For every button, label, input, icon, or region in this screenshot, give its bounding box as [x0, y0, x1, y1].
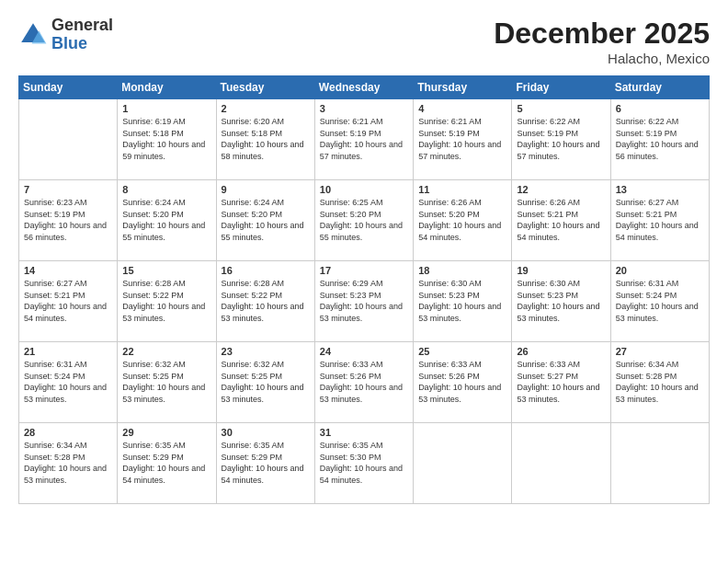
day-number: 8 [122, 184, 210, 195]
logo-general: General [51, 17, 113, 35]
location: Halacho, Mexico [494, 51, 710, 66]
header: General Blue December 2025 Halacho, Mexi… [18, 17, 710, 66]
day-cell-2: 2Sunrise: 6:20 AMSunset: 5:18 PMDaylight… [216, 99, 314, 180]
weekday-header-thursday: Thursday [414, 76, 512, 99]
cell-text: Sunrise: 6:30 AMSunset: 5:23 PMDaylight:… [517, 278, 605, 324]
cell-text: Sunrise: 6:32 AMSunset: 5:25 PMDaylight:… [222, 359, 310, 405]
cell-text: Sunrise: 6:28 AMSunset: 5:22 PMDaylight:… [222, 278, 310, 324]
day-cell-empty [414, 423, 512, 504]
calendar-table: SundayMondayTuesdayWednesdayThursdayFrid… [18, 75, 710, 504]
cell-text: Sunrise: 6:23 AMSunset: 5:19 PMDaylight:… [24, 197, 112, 243]
day-number: 27 [616, 346, 704, 357]
day-cell-empty [610, 423, 709, 504]
day-number: 23 [222, 346, 310, 357]
day-number: 7 [24, 184, 112, 195]
day-cell-28: 28Sunrise: 6:34 AMSunset: 5:28 PMDayligh… [19, 423, 118, 504]
cell-text: Sunrise: 6:33 AMSunset: 5:27 PMDaylight:… [517, 359, 605, 405]
day-cell-19: 19Sunrise: 6:30 AMSunset: 5:23 PMDayligh… [512, 261, 610, 342]
month-title: December 2025 [494, 17, 710, 51]
day-cell-15: 15Sunrise: 6:28 AMSunset: 5:22 PMDayligh… [118, 261, 216, 342]
day-number: 13 [616, 184, 704, 195]
week-row-2: 14Sunrise: 6:27 AMSunset: 5:21 PMDayligh… [19, 261, 710, 342]
day-number: 21 [24, 346, 112, 357]
cell-text: Sunrise: 6:21 AMSunset: 5:19 PMDaylight:… [320, 116, 408, 162]
cell-text: Sunrise: 6:24 AMSunset: 5:20 PMDaylight:… [222, 197, 310, 243]
day-cell-4: 4Sunrise: 6:21 AMSunset: 5:19 PMDaylight… [414, 99, 512, 180]
day-cell-1: 1Sunrise: 6:19 AMSunset: 5:18 PMDaylight… [118, 99, 216, 180]
day-cell-6: 6Sunrise: 6:22 AMSunset: 5:19 PMDaylight… [610, 99, 709, 180]
week-row-1: 7Sunrise: 6:23 AMSunset: 5:19 PMDaylight… [19, 180, 710, 261]
day-number: 26 [517, 346, 605, 357]
day-cell-29: 29Sunrise: 6:35 AMSunset: 5:29 PMDayligh… [118, 423, 216, 504]
day-cell-31: 31Sunrise: 6:35 AMSunset: 5:30 PMDayligh… [314, 423, 413, 504]
day-cell-26: 26Sunrise: 6:33 AMSunset: 5:27 PMDayligh… [512, 342, 610, 423]
day-number: 14 [24, 265, 112, 276]
weekday-header-friday: Friday [512, 76, 610, 99]
cell-text: Sunrise: 6:24 AMSunset: 5:20 PMDaylight:… [122, 197, 210, 243]
day-number: 2 [222, 103, 310, 114]
cell-text: Sunrise: 6:27 AMSunset: 5:21 PMDaylight:… [24, 278, 112, 324]
logo-text: General Blue [51, 17, 113, 53]
weekday-header-wednesday: Wednesday [314, 76, 413, 99]
cell-text: Sunrise: 6:35 AMSunset: 5:30 PMDaylight:… [320, 440, 408, 486]
day-cell-24: 24Sunrise: 6:33 AMSunset: 5:26 PMDayligh… [314, 342, 413, 423]
day-cell-5: 5Sunrise: 6:22 AMSunset: 5:19 PMDaylight… [512, 99, 610, 180]
day-number: 9 [222, 184, 310, 195]
day-number: 25 [418, 346, 506, 357]
cell-text: Sunrise: 6:30 AMSunset: 5:23 PMDaylight:… [418, 278, 506, 324]
cell-text: Sunrise: 6:31 AMSunset: 5:24 PMDaylight:… [616, 278, 704, 324]
day-number: 3 [320, 103, 408, 114]
cell-text: Sunrise: 6:35 AMSunset: 5:29 PMDaylight:… [122, 440, 210, 486]
logo-icon [18, 20, 48, 50]
cell-text: Sunrise: 6:21 AMSunset: 5:19 PMDaylight:… [418, 116, 506, 162]
week-row-4: 28Sunrise: 6:34 AMSunset: 5:28 PMDayligh… [19, 423, 710, 504]
cell-text: Sunrise: 6:29 AMSunset: 5:23 PMDaylight:… [320, 278, 408, 324]
day-cell-8: 8Sunrise: 6:24 AMSunset: 5:20 PMDaylight… [118, 180, 216, 261]
day-number: 18 [418, 265, 506, 276]
day-number: 22 [122, 346, 210, 357]
day-number: 29 [122, 427, 210, 438]
day-number: 6 [616, 103, 704, 114]
week-row-0: 1Sunrise: 6:19 AMSunset: 5:18 PMDaylight… [19, 99, 710, 180]
day-cell-13: 13Sunrise: 6:27 AMSunset: 5:21 PMDayligh… [610, 180, 709, 261]
cell-text: Sunrise: 6:19 AMSunset: 5:18 PMDaylight:… [122, 116, 210, 162]
day-number: 15 [122, 265, 210, 276]
day-cell-18: 18Sunrise: 6:30 AMSunset: 5:23 PMDayligh… [414, 261, 512, 342]
cell-text: Sunrise: 6:28 AMSunset: 5:22 PMDaylight:… [122, 278, 210, 324]
day-cell-23: 23Sunrise: 6:32 AMSunset: 5:25 PMDayligh… [216, 342, 314, 423]
day-cell-7: 7Sunrise: 6:23 AMSunset: 5:19 PMDaylight… [19, 180, 118, 261]
day-number: 1 [122, 103, 210, 114]
day-number: 24 [320, 346, 408, 357]
day-cell-21: 21Sunrise: 6:31 AMSunset: 5:24 PMDayligh… [19, 342, 118, 423]
cell-text: Sunrise: 6:22 AMSunset: 5:19 PMDaylight:… [616, 116, 704, 162]
day-cell-30: 30Sunrise: 6:35 AMSunset: 5:29 PMDayligh… [216, 423, 314, 504]
cell-text: Sunrise: 6:22 AMSunset: 5:19 PMDaylight:… [517, 116, 605, 162]
day-number: 10 [320, 184, 408, 195]
day-cell-empty [512, 423, 610, 504]
cell-text: Sunrise: 6:35 AMSunset: 5:29 PMDaylight:… [222, 440, 310, 486]
day-number: 11 [418, 184, 506, 195]
day-cell-27: 27Sunrise: 6:34 AMSunset: 5:28 PMDayligh… [610, 342, 709, 423]
cell-text: Sunrise: 6:20 AMSunset: 5:18 PMDaylight:… [222, 116, 310, 162]
day-number: 28 [24, 427, 112, 438]
weekday-header-tuesday: Tuesday [216, 76, 314, 99]
cell-text: Sunrise: 6:31 AMSunset: 5:24 PMDaylight:… [24, 359, 112, 405]
day-number: 19 [517, 265, 605, 276]
day-cell-12: 12Sunrise: 6:26 AMSunset: 5:21 PMDayligh… [512, 180, 610, 261]
day-cell-22: 22Sunrise: 6:32 AMSunset: 5:25 PMDayligh… [118, 342, 216, 423]
cell-text: Sunrise: 6:34 AMSunset: 5:28 PMDaylight:… [616, 359, 704, 405]
day-cell-14: 14Sunrise: 6:27 AMSunset: 5:21 PMDayligh… [19, 261, 118, 342]
day-cell-empty [19, 99, 118, 180]
cell-text: Sunrise: 6:25 AMSunset: 5:20 PMDaylight:… [320, 197, 408, 243]
day-number: 30 [222, 427, 310, 438]
cell-text: Sunrise: 6:34 AMSunset: 5:28 PMDaylight:… [24, 440, 112, 486]
logo: General Blue [18, 17, 113, 53]
day-number: 16 [222, 265, 310, 276]
day-number: 17 [320, 265, 408, 276]
day-number: 5 [517, 103, 605, 114]
day-cell-3: 3Sunrise: 6:21 AMSunset: 5:19 PMDaylight… [314, 99, 413, 180]
day-number: 12 [517, 184, 605, 195]
page: General Blue December 2025 Halacho, Mexi… [0, 0, 728, 563]
day-cell-10: 10Sunrise: 6:25 AMSunset: 5:20 PMDayligh… [314, 180, 413, 261]
day-number: 4 [418, 103, 506, 114]
